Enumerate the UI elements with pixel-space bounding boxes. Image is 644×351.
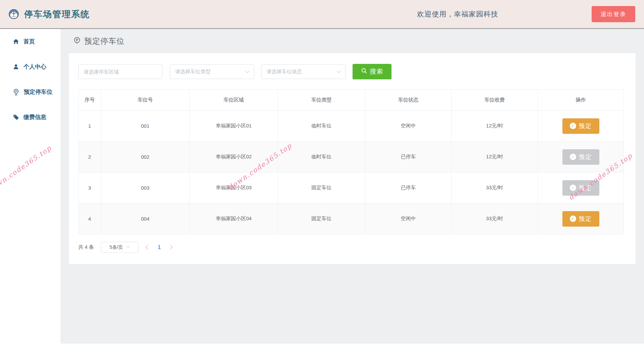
chevron-down-icon xyxy=(127,245,130,248)
current-page-number[interactable]: 1 xyxy=(158,244,161,250)
cell-number: 003 xyxy=(101,172,190,203)
cell-action: ✓ 预定 xyxy=(538,172,624,203)
cell-type: 临时车位 xyxy=(278,142,365,172)
cell-type: 临时车位 xyxy=(278,111,365,142)
table-row: 1 001 幸福家园小区01 临时车位 空闲中 12元/时 ✓ 预定 xyxy=(79,111,624,142)
cell-fee: 12元/时 xyxy=(452,142,538,172)
check-circle-icon: ✓ xyxy=(570,216,576,222)
area-filter-field xyxy=(78,64,163,79)
cell-area: 幸福家园小区04 xyxy=(190,203,278,234)
reserve-button-label: 预定 xyxy=(579,153,592,161)
parking-sign-icon: P xyxy=(13,89,19,95)
cell-status: 空闲中 xyxy=(365,203,452,234)
cell-status: 已停车 xyxy=(365,142,452,172)
col-header-action: 操作 xyxy=(538,90,624,111)
sidebar-item-label: 预定停车位 xyxy=(24,88,52,96)
sidebar-item-profile[interactable]: 个人中心 xyxy=(0,54,60,79)
col-header-area: 车位区域 xyxy=(190,90,278,111)
cell-fee: 33元/时 xyxy=(452,203,538,234)
cell-index: 4 xyxy=(79,203,101,234)
parking-circle-icon: P xyxy=(73,37,81,46)
sidebar-item-label: 缴费信息 xyxy=(24,113,46,121)
reserve-button[interactable]: ✓ 预定 xyxy=(562,180,599,196)
table-header-row: 序号 车位号 车位区域 车位类型 车位状态 车位收费 操作 xyxy=(79,90,624,111)
cell-area: 幸福家园小区01 xyxy=(190,111,278,142)
sidebar-item-home[interactable]: 首页 xyxy=(0,29,60,54)
sidebar-item-payment[interactable]: 缴费信息 xyxy=(0,105,60,130)
chevron-left-icon xyxy=(146,245,150,249)
page-size-select[interactable]: 5条/页 xyxy=(101,242,138,253)
top-header: 停车场管理系统 欢迎使用，幸福家园科技 退出登录 xyxy=(0,0,644,29)
col-header-type: 车位类型 xyxy=(278,90,365,111)
search-icon xyxy=(361,68,367,76)
svg-text:P: P xyxy=(76,38,78,42)
pagination: 共 4 条 5条/页 1 xyxy=(78,242,626,253)
sidebar-item-label: 个人中心 xyxy=(24,63,46,71)
page-size-label: 5条/页 xyxy=(109,244,123,250)
home-icon xyxy=(13,38,19,45)
check-circle-icon: ✓ xyxy=(570,123,576,129)
cell-area: 幸福家园小区02 xyxy=(190,142,278,172)
total-count-label: 共 4 条 xyxy=(78,244,94,250)
cell-index: 1 xyxy=(79,111,101,142)
col-header-number: 车位号 xyxy=(101,90,190,111)
logout-button[interactable]: 退出登录 xyxy=(592,6,635,22)
cell-type: 固定车位 xyxy=(278,172,365,203)
cell-index: 3 xyxy=(79,172,101,203)
reserve-button-label: 预定 xyxy=(579,215,592,223)
sidebar: 首页 个人中心 P xyxy=(0,29,60,344)
type-filter-select[interactable]: 请选择车位类型 xyxy=(170,64,254,79)
app-window: 停车场管理系统 欢迎使用，幸福家园科技 退出登录 首页 xyxy=(0,0,644,351)
check-circle-icon: ✓ xyxy=(570,154,576,160)
table-row: 4 004 幸福家园小区04 固定车位 空闲中 33元/时 ✓ 预定 xyxy=(79,203,624,234)
area-filter-input[interactable] xyxy=(84,69,157,75)
next-page-button[interactable] xyxy=(166,243,175,252)
search-button[interactable]: 搜索 xyxy=(353,64,392,79)
prev-page-button[interactable] xyxy=(144,243,152,252)
cell-type: 固定车位 xyxy=(278,203,365,234)
cell-status: 已停车 xyxy=(365,172,452,203)
parking-table: 序号 车位号 车位区域 车位类型 车位状态 车位收费 操作 1 001 幸福家园… xyxy=(78,89,624,234)
chevron-right-icon xyxy=(168,245,173,249)
col-header-status: 车位状态 xyxy=(365,90,452,111)
check-circle-icon: ✓ xyxy=(570,185,576,191)
status-filter-select[interactable]: 请选择车位状态 xyxy=(261,64,346,79)
cell-action: ✓ 预定 xyxy=(538,142,624,172)
price-tag-icon xyxy=(13,114,19,120)
cell-area: 幸福家园小区03 xyxy=(190,172,278,203)
sidebar-item-reserve[interactable]: P 预定停车位 xyxy=(0,79,60,105)
sidebar-item-label: 首页 xyxy=(24,38,35,45)
table-body: 1 001 幸福家园小区01 临时车位 空闲中 12元/时 ✓ 预定 2 002… xyxy=(79,111,624,234)
status-filter-placeholder: 请选择车位状态 xyxy=(267,69,302,75)
cell-action: ✓ 预定 xyxy=(538,111,624,142)
cell-status: 空闲中 xyxy=(365,111,452,142)
cell-fee: 33元/时 xyxy=(452,172,538,203)
col-header-index: 序号 xyxy=(79,90,101,111)
cell-number: 002 xyxy=(101,142,190,172)
reserve-button[interactable]: ✓ 预定 xyxy=(562,118,599,134)
page-header: P 预定停车位 xyxy=(60,29,644,53)
user-icon xyxy=(13,64,19,70)
cell-index: 2 xyxy=(79,142,101,172)
cell-action: ✓ 预定 xyxy=(538,203,624,234)
app-title: 停车场管理系统 xyxy=(24,8,90,20)
cell-number: 001 xyxy=(101,111,190,142)
main-area: P 预定停车位 请选择车位类型 请选择车位 xyxy=(60,29,644,344)
doraemon-logo-icon xyxy=(9,9,19,19)
reserve-button[interactable]: ✓ 预定 xyxy=(562,211,599,227)
table-row: 2 002 幸福家园小区02 临时车位 已停车 12元/时 ✓ 预定 xyxy=(79,142,624,172)
filter-bar: 请选择车位类型 请选择车位状态 xyxy=(78,64,626,79)
reserve-button-label: 预定 xyxy=(579,184,592,192)
page-title: 预定停车位 xyxy=(84,36,125,46)
chevron-down-icon xyxy=(245,69,249,73)
reserve-button-label: 预定 xyxy=(579,122,592,130)
chevron-down-icon xyxy=(336,69,341,73)
reserve-button[interactable]: ✓ 预定 xyxy=(562,149,599,165)
cell-number: 004 xyxy=(101,203,190,234)
col-header-fee: 车位收费 xyxy=(452,90,538,111)
search-button-label: 搜索 xyxy=(370,67,383,76)
svg-text:P: P xyxy=(15,89,17,93)
table-row: 3 003 幸福家园小区03 固定车位 已停车 33元/时 ✓ 预定 xyxy=(79,172,624,203)
type-filter-placeholder: 请选择车位类型 xyxy=(175,69,211,75)
welcome-text: 欢迎使用，幸福家园科技 xyxy=(417,9,498,19)
